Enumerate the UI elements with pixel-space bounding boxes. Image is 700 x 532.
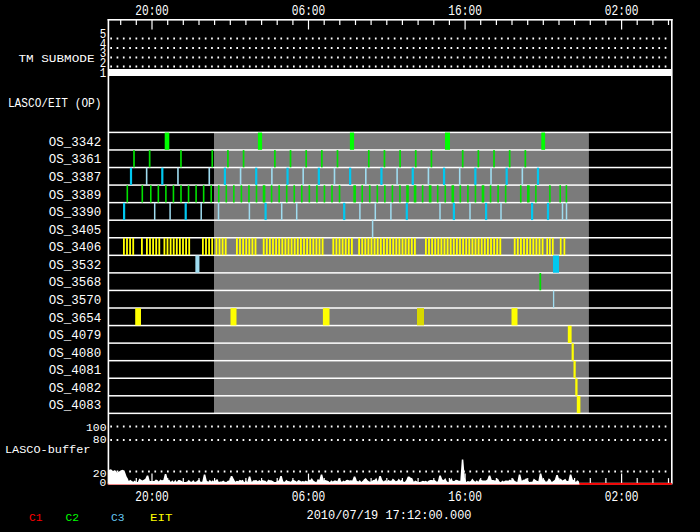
svg-text:02:00: 02:00 xyxy=(605,3,639,19)
svg-text:OS_4082: OS_4082 xyxy=(49,381,102,396)
svg-text:OS_3570: OS_3570 xyxy=(49,293,102,308)
svg-text:OS_3361: OS_3361 xyxy=(49,152,102,167)
svg-text:16:00: 16:00 xyxy=(448,3,482,19)
svg-text:TM SUBMODE: TM SUBMODE xyxy=(18,53,95,65)
svg-text:OS_3405: OS_3405 xyxy=(49,223,102,238)
svg-text:20:00: 20:00 xyxy=(135,3,169,19)
svg-text:OS_3342: OS_3342 xyxy=(49,135,102,150)
svg-text:OS_4081: OS_4081 xyxy=(49,363,102,378)
svg-text:EIT: EIT xyxy=(150,512,173,524)
svg-text:06:00: 06:00 xyxy=(292,3,326,19)
svg-text:OS_3568: OS_3568 xyxy=(49,275,102,290)
svg-text:80: 80 xyxy=(93,433,107,446)
svg-text:OS_3654: OS_3654 xyxy=(49,311,102,326)
svg-text:LASCO-buffer: LASCO-buffer xyxy=(5,443,91,456)
svg-text:OS_3387: OS_3387 xyxy=(49,170,102,185)
svg-text:OS_4080: OS_4080 xyxy=(49,346,102,361)
svg-text:OS_3389: OS_3389 xyxy=(49,188,102,203)
svg-text:1: 1 xyxy=(100,66,107,81)
svg-text:06:00: 06:00 xyxy=(292,489,326,505)
svg-text:02:00: 02:00 xyxy=(605,489,639,505)
svg-text:C3: C3 xyxy=(111,512,125,524)
svg-text:OS_3532: OS_3532 xyxy=(49,258,102,273)
svg-text:20:00: 20:00 xyxy=(135,489,169,505)
svg-text:C2: C2 xyxy=(66,512,80,524)
svg-text:16:00: 16:00 xyxy=(448,489,482,505)
svg-text:2010/07/19 17:12:00.000: 2010/07/19 17:12:00.000 xyxy=(307,508,472,523)
svg-text:0: 0 xyxy=(100,476,107,489)
svg-text:C1: C1 xyxy=(29,512,43,524)
svg-text:OS_4083: OS_4083 xyxy=(49,398,102,413)
svg-text:OS_3406: OS_3406 xyxy=(49,240,102,255)
svg-text:OS_4079: OS_4079 xyxy=(49,328,102,343)
svg-text:OS_3390: OS_3390 xyxy=(49,205,102,220)
svg-text:LASCO/EIT (OP): LASCO/EIT (OP) xyxy=(8,97,102,111)
